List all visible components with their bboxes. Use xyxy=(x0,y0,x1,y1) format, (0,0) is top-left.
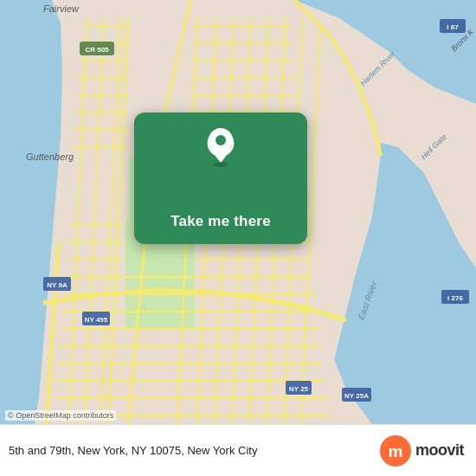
location-card: Take me there xyxy=(134,113,307,244)
svg-text:Fairview: Fairview xyxy=(43,3,80,14)
svg-text:CR 505: CR 505 xyxy=(85,46,109,54)
svg-text:m: m xyxy=(389,441,403,460)
svg-text:I 87: I 87 xyxy=(447,23,459,31)
svg-text:NY 495: NY 495 xyxy=(85,316,108,324)
svg-text:NY 25A: NY 25A xyxy=(344,392,369,400)
map-container: CR 505 NY 9A NY 495 NY 25 NY 25A I 276 I… xyxy=(0,0,476,424)
svg-text:I 276: I 276 xyxy=(447,294,463,302)
bottom-bar: 5th and 79th, New York, NY 10075, New Yo… xyxy=(0,424,476,476)
map-attribution: © OpenStreetMap contributors xyxy=(5,410,116,421)
address-label: 5th and 79th, New York, NY 10075, New Yo… xyxy=(9,444,379,457)
moovit-text: moovit xyxy=(415,441,464,460)
svg-point-70 xyxy=(215,135,226,145)
svg-text:Guttenberg: Guttenberg xyxy=(26,151,74,162)
take-me-there-button[interactable]: Take me there xyxy=(170,211,271,232)
svg-text:NY 9A: NY 9A xyxy=(47,281,68,289)
moovit-logo: m moovit xyxy=(379,434,464,467)
svg-text:NY 25: NY 25 xyxy=(289,385,309,393)
moovit-icon: m xyxy=(379,434,412,467)
location-pin-icon xyxy=(202,125,240,168)
